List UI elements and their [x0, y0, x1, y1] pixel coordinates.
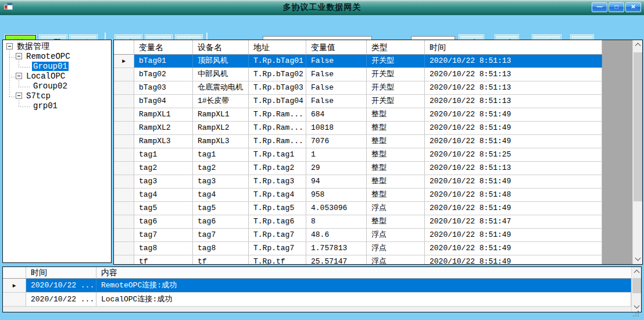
table-cell: 2020/10/22 8:51:49 [425, 229, 602, 242]
table-cell: 8 [306, 215, 367, 229]
minimize-button[interactable]: — [592, 2, 607, 12]
collapse-icon[interactable] [16, 53, 22, 59]
column-header[interactable]: 内容 [96, 267, 641, 279]
table-row[interactable]: bTag02中部风机T.Rp.bTag02False开关型2020/10/22 … [114, 68, 632, 81]
table-cell: tag6 [134, 215, 193, 229]
column-header[interactable]: 变量值 [306, 40, 367, 55]
row-selector[interactable] [114, 229, 134, 242]
log-row[interactable]: ►2020/10/22 ...RemoteOPC连接:成功 [3, 279, 631, 293]
table-cell: T.Rp.Ram... [249, 135, 306, 148]
tree-item[interactable]: S7tcp [3, 91, 111, 101]
table-row[interactable]: bTag041#长皮带T.Rp.bTag04False开关型2020/10/22… [114, 95, 632, 108]
row-selector[interactable]: ► [3, 279, 26, 293]
row-selector[interactable] [114, 215, 134, 229]
maximize-button[interactable]: □ [609, 2, 624, 12]
row-selector[interactable] [114, 242, 134, 255]
table-cell: 仓底震动电机 [193, 81, 249, 95]
selector-header-cell [114, 40, 134, 55]
table-cell: 整型 [367, 215, 425, 229]
table-cell: bTag03 [134, 81, 193, 95]
table-cell: 2020/10/22 8:51:13 [425, 68, 602, 81]
table-cell: tag5 [193, 202, 249, 215]
scroll-up-icon[interactable] [632, 267, 642, 277]
row-selector[interactable] [114, 95, 134, 108]
table-cell: tag4 [193, 189, 249, 202]
row-selector[interactable] [114, 175, 134, 189]
table-row[interactable]: RampXL3RampXL3T.Rp.Ram...7076整型2020/10/2… [114, 135, 632, 148]
column-header[interactable]: 变量名 [134, 40, 193, 55]
table-cell: 整型 [367, 122, 425, 135]
table-row[interactable]: RampXL1RampXL1T.Rp.Ram...684整型2020/10/22… [114, 108, 632, 122]
log-row[interactable]: 2020/10/22 ...LocalOPC连接:成功 [3, 293, 631, 307]
row-selector[interactable] [114, 148, 134, 162]
table-cell: T.Rp.Ram... [249, 108, 306, 122]
table-row[interactable]: tag1tag1T.Rp.tag11整型2020/10/22 8:51:25 [114, 148, 632, 162]
close-button[interactable]: ✕ [625, 2, 641, 12]
row-selector[interactable] [114, 68, 134, 81]
table-row[interactable]: ►bTag01顶部风机T.Rp.bTag01False开关型2020/10/22… [114, 55, 632, 68]
table-cell: 2020/10/22 ... [26, 293, 96, 307]
scrollbar-thumb[interactable] [632, 278, 641, 293]
scroll-up-icon[interactable] [633, 40, 643, 50]
tree-item[interactable]: LocalOPC [3, 71, 111, 81]
table-row[interactable]: tag2tag2T.Rp.tag229整型2020/10/22 8:51:13 [114, 162, 632, 175]
table-cell: 2020/10/22 8:51:49 [425, 175, 602, 189]
row-selector[interactable] [114, 81, 134, 95]
column-header[interactable]: 类型 [367, 40, 425, 55]
table-cell: RampXL2 [134, 122, 193, 135]
tree-item-label: RemoteOPC [25, 52, 71, 61]
title-bar: 多协议工业数据网关 — □ ✕ [0, 0, 644, 15]
row-selector[interactable] [114, 202, 134, 215]
table-cell: False [306, 95, 367, 108]
row-selector[interactable] [3, 293, 26, 307]
column-header[interactable]: 设备名 [193, 40, 249, 55]
table-cell: T.Rp.Ram... [249, 122, 306, 135]
collapse-icon[interactable] [16, 73, 22, 79]
tree-item[interactable]: grp01 [3, 101, 111, 111]
row-selector[interactable] [114, 255, 134, 264]
table-cell: tag6 [193, 215, 249, 229]
table-cell: 2020/10/22 8:51:47 [425, 215, 602, 229]
scrollbar-thumb[interactable] [634, 52, 642, 201]
table-cell: 2020/10/22 8:51:49 [425, 122, 602, 135]
collapse-icon[interactable] [16, 93, 22, 99]
table-row[interactable]: tag8tag8T.Rp.tag71.757813浮点2020/10/22 8:… [114, 242, 632, 255]
log-body: ►2020/10/22 ...RemoteOPC连接:成功2020/10/22 … [3, 279, 631, 307]
table-row[interactable]: tag3tag3T.Rp.tag394整型2020/10/22 8:51:49 [114, 175, 632, 189]
scroll-down-icon[interactable] [633, 254, 643, 264]
table-cell: 整型 [367, 189, 425, 202]
column-header[interactable]: 地址 [249, 40, 306, 55]
table-row[interactable]: tag7tag7T.Rp.tag748.6浮点2020/10/22 8:51:4… [114, 229, 632, 242]
vertical-scrollbar[interactable] [632, 40, 642, 264]
tree-item[interactable]: Group02 [3, 81, 111, 91]
vertical-scrollbar[interactable] [631, 267, 641, 312]
table-row[interactable]: RampXL2RampXL2T.Rp.Ram...10818整型2020/10/… [114, 122, 632, 135]
table-row[interactable]: tag6tag6T.Rp.tag68整型2020/10/22 8:51:47 [114, 215, 632, 229]
current-row-arrow-icon: ► [122, 58, 126, 65]
table-cell: T.Rp.tag5 [249, 202, 306, 215]
resize-grip-icon[interactable] [633, 311, 640, 318]
row-selector[interactable] [114, 108, 134, 122]
table-cell: 中部风机 [193, 68, 249, 81]
table-header-row: 变量名 设备名 地址 变量值 类型 时间 [114, 40, 642, 55]
tree-item[interactable]: Group01 [3, 61, 111, 71]
table-cell: 2020/10/22 8:51:13 [425, 95, 602, 108]
row-selector[interactable] [114, 122, 134, 135]
table-row[interactable]: bTag03仓底震动电机T.Rp.bTag03False开关型2020/10/2… [114, 81, 632, 95]
table-cell: T.Rp.tag6 [249, 215, 306, 229]
table-row[interactable]: tag4tag4T.Rp.tag4958整型2020/10/22 8:51:48 [114, 189, 632, 202]
row-selector[interactable] [114, 135, 134, 148]
table-row[interactable]: tftfT.Rp.tf25.57147浮点2020/10/22 8:51:49 [114, 255, 632, 264]
collapse-icon[interactable] [6, 43, 13, 49]
tree-item[interactable]: RemoteOPC [3, 51, 111, 61]
table-cell: bTag04 [134, 95, 193, 108]
table-row[interactable]: tag5tag5T.Rp.tag54.053096浮点2020/10/22 8:… [114, 202, 632, 215]
row-selector[interactable] [114, 162, 134, 175]
table-cell: 2020/10/22 8:51:13 [425, 162, 602, 175]
column-header[interactable]: 时间 [26, 267, 96, 279]
row-selector[interactable] [114, 189, 134, 202]
row-selector[interactable]: ► [114, 55, 134, 68]
table-cell: tag3 [193, 175, 249, 189]
column-header[interactable]: 时间 [425, 40, 602, 55]
tree-item[interactable]: 数据管理 [3, 41, 111, 51]
